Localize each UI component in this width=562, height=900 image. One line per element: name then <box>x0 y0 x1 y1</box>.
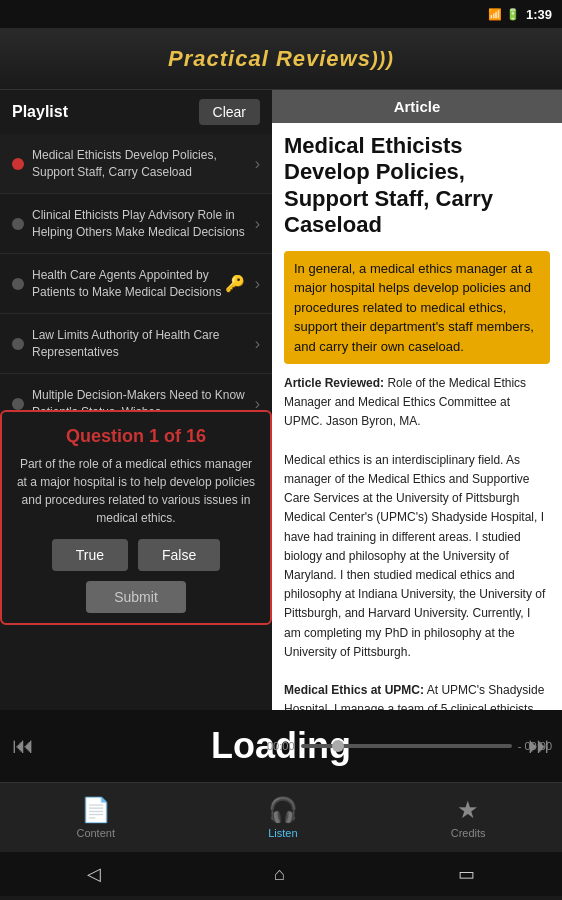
prev-button[interactable]: ⏮ <box>12 733 34 759</box>
home-button[interactable]: ⌂ <box>254 856 305 893</box>
progress-bar[interactable] <box>301 744 512 748</box>
playlist-item-1[interactable]: Medical Ethicists Develop Policies, Supp… <box>0 134 272 194</box>
system-nav: ◁ ⌂ ▭ <box>0 852 562 896</box>
listen-label: Listen <box>268 827 297 839</box>
clear-button[interactable]: Clear <box>199 99 260 125</box>
false-button[interactable]: False <box>138 539 220 571</box>
item-dot-5 <box>12 398 24 410</box>
recents-button[interactable]: ▭ <box>438 855 495 893</box>
item-dot-2 <box>12 218 24 230</box>
question-text: Part of the role of a medical ethics man… <box>16 455 256 527</box>
article-content[interactable]: Medical Ethicists Develop Policies, Supp… <box>272 123 562 710</box>
item-arrow-4: › <box>255 335 260 353</box>
true-button[interactable]: True <box>52 539 128 571</box>
left-panel: Playlist Clear Medical Ethicists Develop… <box>0 90 272 710</box>
submit-button[interactable]: Submit <box>86 581 186 613</box>
wifi-icon: 📶 <box>488 8 502 21</box>
nav-item-content[interactable]: 📄 Content <box>56 788 135 847</box>
right-panel: Article Medical Ethicists Develop Polici… <box>272 90 562 710</box>
nav-item-listen[interactable]: 🎧 Listen <box>248 788 318 847</box>
status-icons: 📶 🔋 <box>488 8 520 21</box>
article-body: Article Reviewed: Role of the Medical Et… <box>284 374 550 710</box>
item-text-2: Clinical Ethicists Play Advisory Role in… <box>32 207 249 241</box>
item-text-3: Health Care Agents Appointed by Patients… <box>32 267 225 301</box>
item-text-4: Law Limits Authority of Health Care Repr… <box>32 327 249 361</box>
main-content: Playlist Clear Medical Ethicists Develop… <box>0 90 562 710</box>
playlist-title: Playlist <box>12 103 68 121</box>
item-arrow-3: › <box>255 275 260 293</box>
article-tab-header: Article <box>272 90 562 123</box>
back-button[interactable]: ◁ <box>67 855 121 893</box>
item-text-1: Medical Ethicists Develop Policies, Supp… <box>32 147 249 181</box>
nav-item-credits[interactable]: ★ Credits <box>431 788 506 847</box>
status-bar: 📶 🔋 1:39 <box>0 0 562 28</box>
article-reviewed-label: Article Reviewed: <box>284 376 384 390</box>
article-title: Medical Ethicists Develop Policies, Supp… <box>284 133 550 239</box>
article-body-text: Medical ethics is an interdisciplinary f… <box>284 453 545 659</box>
progress-thumb <box>332 740 344 752</box>
battery-icon: 🔋 <box>506 8 520 21</box>
playlist-header: Playlist Clear <box>0 90 272 134</box>
article-highlight: In general, a medical ethics manager at … <box>284 251 550 365</box>
playlist-item-3[interactable]: Health Care Agents Appointed by Patients… <box>0 254 272 314</box>
item-dot-4 <box>12 338 24 350</box>
question-overlay: Question 1 of 16 Part of the role of a m… <box>0 410 272 625</box>
time-start: 00:00 <box>267 740 295 752</box>
credits-icon: ★ <box>457 796 479 824</box>
question-title: Question 1 of 16 <box>16 426 256 447</box>
answer-buttons: True False <box>16 539 256 571</box>
app-header: Practical Reviews))) <box>0 28 562 90</box>
item-dot-3 <box>12 278 24 290</box>
item-dot-1 <box>12 158 24 170</box>
content-icon: 📄 <box>81 796 111 824</box>
status-time: 1:39 <box>526 7 552 22</box>
article-bold-section: Medical Ethics at UPMC: <box>284 683 424 697</box>
item-arrow-1: › <box>255 155 260 173</box>
app-title: Practical Reviews))) <box>168 46 394 72</box>
listen-icon: 🎧 <box>268 796 298 824</box>
item-arrow-2: › <box>255 215 260 233</box>
content-label: Content <box>76 827 115 839</box>
credits-label: Credits <box>451 827 486 839</box>
key-icon: 🔑 <box>225 274 245 293</box>
audio-progress: 00:00 - 00:00 <box>267 740 552 752</box>
time-end: - 00:00 <box>518 740 552 752</box>
playlist-item-2[interactable]: Clinical Ethicists Play Advisory Role in… <box>0 194 272 254</box>
bottom-nav: 📄 Content 🎧 Listen ★ Credits <box>0 782 562 852</box>
playlist-item-4[interactable]: Law Limits Authority of Health Care Repr… <box>0 314 272 374</box>
